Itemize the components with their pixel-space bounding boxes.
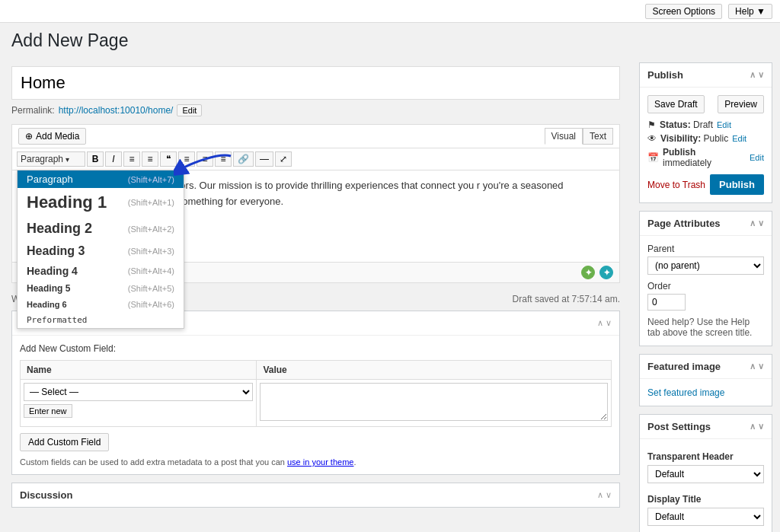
- featured-image-title: Featured image: [647, 361, 721, 372]
- align-right-button[interactable]: ≡: [215, 151, 232, 167]
- display-title-label: Display Title: [647, 494, 764, 505]
- format-h1[interactable]: Heading 1 (Shift+Alt+1): [18, 188, 184, 217]
- featured-image-toggle[interactable]: ∧ ∨: [750, 362, 764, 371]
- format-h2[interactable]: Heading 2 (Shift+Alt+2): [18, 217, 184, 241]
- post-settings-box: Post Settings ∧ ∨ Transparent Header Def…: [639, 414, 772, 532]
- top-bar: Screen Options Help ▼: [0, 0, 780, 23]
- status-edit-link[interactable]: Edit: [717, 120, 731, 129]
- format-h6[interactable]: Heading 6 (Shift+Alt+6): [18, 297, 184, 312]
- publish-body: Save Draft Preview ⚑ Status: Draft Edit …: [640, 88, 772, 202]
- visibility-edit-link[interactable]: Edit: [732, 134, 746, 143]
- featured-image-box: Featured image ∧ ∨ Set featured image: [639, 354, 772, 406]
- order-label: Order: [647, 281, 764, 291]
- page-attributes-box: Page Attributes ∧ ∨ Parent (no parent) O…: [639, 211, 772, 346]
- custom-fields-body: Add New Custom Field: Name Value: [12, 336, 619, 474]
- save-draft-button[interactable]: Save Draft: [647, 95, 705, 113]
- featured-image-body: Set featured image: [640, 379, 772, 406]
- permalink-label: Permalink:: [11, 105, 55, 116]
- page-attributes-header: Page Attributes ∧ ∨: [640, 212, 772, 236]
- parent-label: Parent: [647, 244, 764, 254]
- editor-top-bar: ⊕ Add Media Visual Text: [12, 125, 619, 148]
- display-title-select[interactable]: Default: [647, 508, 764, 526]
- eye-icon: 👁: [647, 133, 657, 144]
- text-tab[interactable]: Text: [583, 128, 613, 145]
- format-select[interactable]: Paragraph ▾: [17, 151, 85, 167]
- screen-options-button[interactable]: Screen Options: [645, 4, 722, 19]
- discussion-title: Discussion: [20, 489, 72, 501]
- help-text: Need help? Use the Help tab above the sc…: [647, 317, 764, 338]
- editor-box: ⊕ Add Media Visual Text Paragraph ▾ B: [11, 124, 620, 283]
- grammar-icon[interactable]: ✦: [581, 266, 595, 279]
- set-featured-image-link[interactable]: Set featured image: [647, 387, 724, 398]
- publish-date-row: 📅 Publish immediately Edit: [647, 147, 764, 168]
- visibility-row: 👁 Visibility: Public Edit: [647, 133, 764, 144]
- discussion-header: Discussion ∧ ∨: [12, 483, 619, 507]
- permalink-url[interactable]: http://localhost:10010/home/: [59, 105, 174, 116]
- add-media-button[interactable]: ⊕ Add Media: [18, 128, 86, 145]
- publish-date-edit-link[interactable]: Edit: [750, 153, 764, 162]
- custom-fields-box: Custom Fields ∧ ∨ Add New Custom Field: …: [11, 311, 620, 475]
- fullscreen-button[interactable]: ⤢: [275, 151, 292, 167]
- custom-fields-toggle[interactable]: ∧ ∨: [597, 318, 612, 328]
- cf-input-row: — Select — Enter new: [21, 380, 612, 427]
- main-content: Permalink: http://localhost:10010/home/ …: [0, 59, 631, 532]
- bold-button[interactable]: B: [87, 151, 104, 167]
- format-paragraph[interactable]: Paragraph (Shift+Alt+7): [18, 170, 184, 188]
- visual-text-tabs: Visual Text: [545, 128, 613, 145]
- format-dropdown: Paragraph (Shift+Alt+7) Heading 1 (Shift…: [17, 170, 184, 329]
- post-settings-header: Post Settings ∧ ∨: [640, 415, 772, 439]
- format-h5[interactable]: Heading 5 (Shift+Alt+5): [18, 280, 184, 297]
- cf-table: Name Value — Select —: [20, 360, 612, 427]
- publish-meta: ⚑ Status: Draft Edit 👁 Visibility: Publi…: [647, 119, 764, 168]
- transparent-header-label: Transparent Header: [647, 451, 764, 462]
- discussion-toggle[interactable]: ∧ ∨: [597, 490, 612, 500]
- cf-add-custom-field-button[interactable]: Add Custom Field: [20, 433, 109, 451]
- preview-button[interactable]: Preview: [718, 95, 764, 113]
- format-preformatted[interactable]: Preformatted: [18, 312, 184, 328]
- visual-tab[interactable]: Visual: [545, 128, 583, 145]
- cf-add-label: Add New Custom Field:: [20, 343, 612, 354]
- cf-name-select[interactable]: — Select —: [24, 383, 253, 401]
- cf-name-header: Name: [21, 361, 257, 380]
- format-h4[interactable]: Heading 4 (Shift+Alt+4): [18, 262, 184, 280]
- more-tag-button[interactable]: —: [255, 151, 273, 167]
- cf-description: Custom fields can be used to add extra m…: [20, 457, 612, 467]
- calendar-icon: 📅: [647, 152, 659, 163]
- parent-select[interactable]: (no parent): [647, 256, 764, 275]
- align-left-button[interactable]: ≡: [178, 151, 195, 167]
- discussion-box: Discussion ∧ ∨: [11, 483, 620, 508]
- publish-box-header: Publish ∧ ∨: [640, 63, 772, 88]
- cf-enter-new-button[interactable]: Enter new: [24, 404, 72, 418]
- help-button[interactable]: Help ▼: [728, 4, 772, 19]
- format-h3[interactable]: Heading 3 (Shift+Alt+3): [18, 241, 184, 262]
- page-title: Add New Page: [11, 30, 769, 51]
- order-input[interactable]: [647, 294, 686, 311]
- post-settings-body: Transparent Header Default Display Title…: [640, 439, 772, 532]
- align-center-button[interactable]: ≡: [197, 151, 213, 167]
- publish-button[interactable]: Publish: [710, 174, 764, 195]
- permalink-row: Permalink: http://localhost:10010/home/ …: [11, 104, 620, 116]
- publish-box: Publish ∧ ∨ Save Draft Preview ⚑ Status:…: [639, 62, 772, 203]
- cf-value-textarea[interactable]: [260, 383, 608, 421]
- post-settings-toggle[interactable]: ∧ ∨: [750, 422, 764, 432]
- permalink-edit-button[interactable]: Edit: [177, 104, 202, 116]
- featured-image-header: Featured image ∧ ∨: [640, 355, 772, 379]
- ordered-list-button[interactable]: ≡: [142, 151, 158, 167]
- page-attributes-body: Parent (no parent) Order Need help? Use …: [640, 236, 772, 346]
- sidebar: Publish ∧ ∨ Save Draft Preview ⚑ Status:…: [631, 59, 780, 532]
- unordered-list-button[interactable]: ≡: [123, 151, 140, 167]
- page-title-input[interactable]: [11, 66, 620, 100]
- blockquote-button[interactable]: ❝: [160, 151, 177, 167]
- page-attributes-title: Page Attributes: [647, 218, 721, 229]
- spell-icon[interactable]: ✦: [599, 266, 613, 279]
- upload-icon: ⊕: [25, 131, 33, 142]
- page-attributes-toggle[interactable]: ∧ ∨: [750, 218, 764, 228]
- cf-theme-link[interactable]: use in your theme: [287, 457, 353, 467]
- publish-toggle[interactable]: ∧ ∨: [750, 70, 764, 80]
- publish-title: Publish: [647, 69, 683, 81]
- cf-value-header: Value: [257, 361, 612, 380]
- transparent-header-select[interactable]: Default: [647, 465, 764, 483]
- link-button[interactable]: 🔗: [233, 151, 254, 167]
- italic-button[interactable]: I: [105, 151, 122, 167]
- move-to-trash-link[interactable]: Move to Trash: [647, 180, 705, 190]
